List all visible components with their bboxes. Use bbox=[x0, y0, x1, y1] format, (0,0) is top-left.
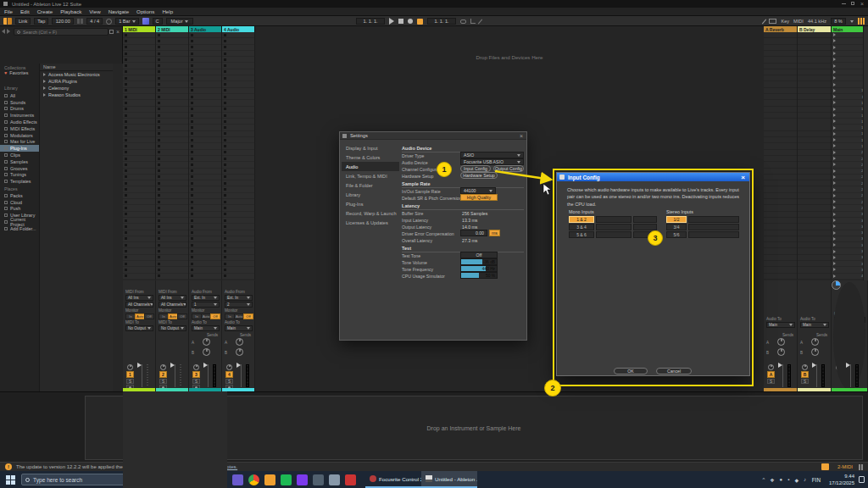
clip-stop-button[interactable] bbox=[125, 108, 127, 110]
clip-stop-button[interactable] bbox=[158, 207, 160, 209]
settings-nav-link-tempo-midi[interactable]: Link, Tempo & MIDI bbox=[342, 171, 399, 180]
clip-stop-button[interactable] bbox=[224, 231, 226, 234]
sidebar-item-max-for-live[interactable]: Max for Live bbox=[0, 139, 39, 146]
clip-stop-button[interactable] bbox=[158, 70, 160, 73]
clip-stop-button[interactable] bbox=[191, 158, 193, 160]
scene-play-icon[interactable] bbox=[833, 46, 836, 49]
clip-stop-button[interactable] bbox=[224, 263, 226, 265]
hardware-setup-button[interactable]: Hardware Setup bbox=[460, 172, 498, 179]
audio-device-select[interactable]: Focusrite USB ASIO bbox=[460, 158, 524, 165]
tray-icon[interactable]: ▪ bbox=[787, 477, 789, 482]
scene-slot[interactable]: 36 bbox=[832, 248, 867, 254]
clip-stop-button[interactable] bbox=[158, 169, 160, 172]
scene-play-icon[interactable] bbox=[833, 76, 836, 80]
clip-slot[interactable] bbox=[222, 236, 254, 242]
clip-slot[interactable] bbox=[123, 45, 155, 51]
scene-slot[interactable]: 13 bbox=[832, 107, 867, 113]
clip-slot[interactable] bbox=[222, 137, 254, 143]
clip-stop-button[interactable] bbox=[158, 256, 160, 258]
scale-root-field[interactable]: C bbox=[153, 18, 163, 25]
clip-stop-button[interactable] bbox=[125, 83, 127, 86]
clip-slot[interactable] bbox=[156, 57, 188, 63]
clip-slot[interactable] bbox=[222, 81, 254, 87]
settings-close-icon[interactable]: × bbox=[520, 133, 523, 139]
clip-slot[interactable] bbox=[156, 261, 188, 267]
clip-stop-button[interactable] bbox=[191, 77, 193, 80]
clip-stop-button[interactable] bbox=[191, 139, 193, 141]
clip-slot[interactable] bbox=[156, 162, 188, 168]
clip-stop-button[interactable] bbox=[224, 158, 226, 160]
red-app-icon[interactable] bbox=[345, 474, 356, 485]
ok-button[interactable]: OK bbox=[614, 368, 648, 374]
stereo-input-button[interactable]: 5/6 bbox=[666, 231, 687, 238]
arrangement-position-field[interactable]: 1. 1. 1. bbox=[356, 18, 385, 25]
clip-slot[interactable] bbox=[123, 100, 155, 106]
clip-slot[interactable] bbox=[123, 212, 155, 218]
clip-slot[interactable] bbox=[189, 193, 221, 199]
clip-stop-button[interactable] bbox=[224, 120, 226, 123]
clip-stop-button[interactable] bbox=[191, 237, 193, 240]
clip-slot[interactable] bbox=[123, 186, 155, 192]
clip-stop-button[interactable] bbox=[158, 231, 160, 234]
clip-stop-button[interactable] bbox=[125, 250, 127, 252]
clip-slot[interactable] bbox=[156, 131, 188, 137]
expand-icon[interactable] bbox=[43, 93, 46, 97]
clip-stop-button[interactable] bbox=[224, 256, 226, 258]
clip-slot[interactable] bbox=[189, 261, 221, 267]
sr-conversion-toggle[interactable]: High Quality bbox=[460, 194, 498, 201]
clip-stop-button[interactable] bbox=[191, 34, 193, 36]
clip-slot[interactable] bbox=[189, 38, 221, 44]
clip-slot[interactable] bbox=[123, 230, 155, 236]
clip-slot[interactable] bbox=[189, 156, 221, 162]
clip-slot[interactable] bbox=[123, 175, 155, 180]
clip-slot[interactable] bbox=[222, 125, 254, 130]
clip-stop-button[interactable] bbox=[158, 58, 160, 61]
mono-input-button[interactable]: 5 & 6 bbox=[569, 231, 594, 238]
scene-slot[interactable]: 11 bbox=[832, 94, 867, 100]
gray-app-icon[interactable] bbox=[329, 474, 340, 485]
clip-stop-button[interactable] bbox=[224, 70, 226, 73]
scene-play-icon[interactable] bbox=[833, 262, 836, 265]
forward-icon[interactable] bbox=[7, 29, 10, 34]
clip-stop-button[interactable] bbox=[158, 34, 160, 36]
clip-stop-button[interactable] bbox=[224, 164, 226, 166]
stereo-input-button[interactable]: 3/4 bbox=[666, 224, 687, 230]
scene-slot[interactable]: 23 bbox=[832, 169, 867, 175]
quantize-menu[interactable]: 1 Bar bbox=[115, 18, 138, 25]
clip-stop-button[interactable] bbox=[191, 132, 193, 135]
key-map-button[interactable]: Key bbox=[781, 19, 789, 24]
mono-input-button[interactable]: 1 & 2 bbox=[569, 216, 594, 223]
clip-stop-button[interactable] bbox=[158, 83, 160, 86]
pen-icon[interactable] bbox=[762, 19, 766, 24]
taskbar-window-focusrite[interactable]: Focusrite Control 2 bbox=[365, 471, 421, 488]
clip-slot[interactable] bbox=[156, 199, 188, 205]
clip-slot[interactable] bbox=[222, 107, 254, 113]
scene-slot[interactable]: 26 bbox=[832, 186, 867, 192]
test-tone-toggle[interactable]: Off bbox=[460, 252, 498, 258]
clip-slot[interactable] bbox=[222, 143, 254, 149]
driver-error-field[interactable]: 0.00 bbox=[460, 230, 487, 236]
clip-slot[interactable] bbox=[222, 193, 254, 199]
session-record-button[interactable] bbox=[417, 19, 423, 25]
sidebar-item-clips[interactable]: Clips bbox=[0, 152, 39, 158]
clip-stop-button[interactable] bbox=[224, 175, 226, 178]
scene-slot[interactable]: 6 bbox=[832, 63, 867, 69]
clip-stop-button[interactable] bbox=[125, 231, 127, 234]
menu-edit[interactable]: Edit bbox=[20, 8, 30, 14]
clip-stop-button[interactable] bbox=[191, 164, 193, 166]
remote-desktop-icon[interactable] bbox=[313, 474, 324, 485]
clip-stop-button[interactable] bbox=[158, 108, 160, 110]
clip-stop-button[interactable] bbox=[191, 269, 193, 271]
time-signature-field[interactable]: 4 / 4 bbox=[86, 18, 103, 25]
clip-stop-button[interactable] bbox=[158, 237, 160, 240]
clip-slot[interactable] bbox=[123, 242, 155, 248]
clip-slot[interactable] bbox=[189, 57, 221, 63]
clip-slot[interactable] bbox=[123, 156, 155, 162]
clip-stop-button[interactable] bbox=[125, 53, 127, 55]
clip-stop-button[interactable] bbox=[158, 53, 160, 55]
clip-slot[interactable] bbox=[123, 248, 155, 254]
notification-icon[interactable] bbox=[859, 476, 865, 483]
tray-icon[interactable]: ❖ bbox=[770, 477, 774, 483]
clip-stop-button[interactable] bbox=[191, 244, 193, 247]
scene-slot[interactable]: 28 bbox=[832, 199, 867, 205]
